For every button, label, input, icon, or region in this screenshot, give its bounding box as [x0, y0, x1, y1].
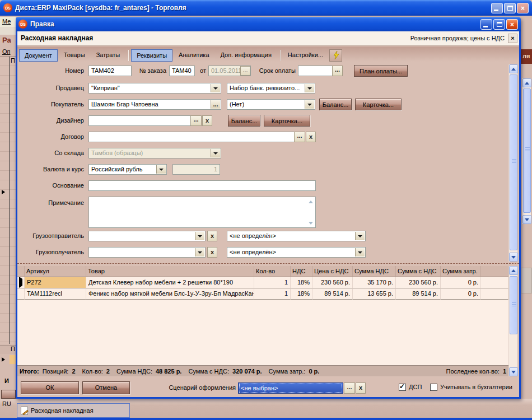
- kartochka-button[interactable]: Карточка...: [355, 99, 402, 110]
- col-summa-zatr[interactable]: Сумма затр.: [441, 266, 481, 277]
- pokupatel-input[interactable]: Шамоян Бгар Чатоевна...: [88, 99, 221, 110]
- cell-tovar[interactable]: Феникс набор мягкой мебели Блс-1у-У-Зру-…: [86, 288, 254, 300]
- bg-right-scrollbar[interactable]: [522, 78, 531, 224]
- dizayner-balans-button[interactable]: Баланс...: [228, 115, 260, 127]
- valuta-select[interactable]: Российский рубль: [88, 164, 167, 175]
- dizayner-clear-button[interactable]: x: [202, 115, 212, 126]
- cell-kolvo[interactable]: 1: [254, 288, 291, 300]
- dogovor-dots-button[interactable]: ...: [294, 132, 305, 142]
- document-close-button[interactable]: ×: [508, 34, 517, 43]
- pokupatel-extra-select[interactable]: (Нет): [227, 99, 315, 110]
- cell-summa-zatr[interactable]: 0 р.: [441, 277, 481, 288]
- cell-cena-nds[interactable]: 230 560 р.: [312, 277, 353, 288]
- table-row[interactable]: P272 Детская Клевер набор мебели + 2 реш…: [17, 277, 508, 288]
- cell-summa-nds[interactable]: 35 170 р.: [353, 277, 396, 288]
- cell-kolvo[interactable]: 1: [254, 277, 291, 288]
- language-indicator[interactable]: RU: [2, 400, 11, 407]
- cell-nds[interactable]: 18%: [291, 277, 312, 288]
- chevron-down-icon[interactable]: [355, 232, 365, 240]
- col-summa-nds[interactable]: Сумма НДС: [353, 266, 396, 277]
- primechanie-textarea[interactable]: [88, 197, 316, 228]
- scroll-down-icon[interactable]: [509, 253, 518, 262]
- balans-button[interactable]: Баланс...: [319, 99, 352, 110]
- scroll-down-icon[interactable]: [522, 215, 531, 224]
- gruzopoluchatel-type-select[interactable]: <не определён>: [227, 247, 366, 258]
- textarea-scroll-down-icon[interactable]: [307, 219, 315, 227]
- chevron-down-icon[interactable]: [211, 149, 220, 157]
- col-nds[interactable]: НДС: [291, 266, 312, 277]
- bg-right-scroll-thumb[interactable]: [523, 88, 531, 213]
- main-minimize-button[interactable]: [491, 3, 503, 13]
- srok-dots-button[interactable]: ...: [332, 66, 343, 76]
- tab-rekvizity[interactable]: Реквизиты: [131, 49, 172, 62]
- tab-analitika[interactable]: Аналитика: [174, 49, 214, 62]
- tab-dokument[interactable]: Документ: [19, 49, 58, 62]
- bg-link-fragment[interactable]: Оп: [2, 48, 11, 55]
- col-artikul[interactable]: Артикул: [25, 266, 86, 277]
- lookup-dots-icon[interactable]: ...: [211, 100, 220, 109]
- gruzootpravitel-clear-button[interactable]: x: [207, 231, 217, 241]
- taskbar-document-tab[interactable]: Расходная накладная: [17, 403, 130, 418]
- cell-tovar[interactable]: Детская Клевер набор мебели + 2 решетки …: [86, 277, 254, 288]
- gruzootpravitel-type-select[interactable]: <не определён>: [227, 231, 366, 241]
- dizayner-dots-button[interactable]: ...: [190, 115, 202, 126]
- cell-artikul[interactable]: P272: [25, 277, 86, 288]
- plan-oplaty-button[interactable]: План оплаты...: [354, 65, 408, 77]
- table-scroll-thumb[interactable]: [510, 276, 517, 334]
- scenario-select[interactable]: <не выбран>: [238, 382, 343, 394]
- col-summa-s-nds[interactable]: Сумма с НДС: [396, 266, 441, 277]
- dialog-minimize-button[interactable]: [480, 19, 492, 30]
- kurs-input[interactable]: 1: [172, 164, 220, 175]
- dogovor-clear-button[interactable]: x: [306, 132, 316, 142]
- col-tovar[interactable]: Товар: [86, 266, 254, 277]
- chevron-down-icon[interactable]: [156, 165, 166, 174]
- lightning-button[interactable]: [329, 49, 342, 62]
- bank-rekvizity-select[interactable]: Набор банк. реквизито...: [227, 83, 315, 94]
- srok-oplaty-input[interactable]: [298, 66, 333, 76]
- chevron-down-icon[interactable]: [305, 84, 314, 92]
- prodavec-select[interactable]: "Киприан": [88, 83, 221, 94]
- zakaz-input[interactable]: TAM40: [169, 66, 195, 76]
- scroll-up-icon[interactable]: [509, 64, 518, 73]
- cell-summa-s-nds[interactable]: 230 560 р.: [396, 277, 441, 288]
- scenario-dots-button[interactable]: ...: [344, 382, 355, 394]
- buh-checkbox[interactable]: [430, 384, 437, 391]
- gruzopoluchatel-clear-button[interactable]: x: [207, 247, 217, 258]
- dialog-titlebar[interactable]: DS Правка ×: [16, 17, 521, 31]
- table-scrollbar[interactable]: [508, 266, 517, 376]
- dsp-label[interactable]: ДСП: [409, 384, 422, 390]
- dialog-maximize-button[interactable]: [493, 19, 505, 30]
- main-close-button[interactable]: ×: [517, 3, 529, 13]
- osnovanie-input[interactable]: [88, 180, 316, 191]
- cell-summa-s-nds[interactable]: 89 514 р.: [396, 288, 441, 300]
- tab-nastroyki[interactable]: Настройки...: [283, 49, 328, 62]
- gruzootpravitel-select[interactable]: [88, 231, 206, 241]
- cancel-button[interactable]: Отмена: [82, 381, 130, 394]
- chevron-down-icon[interactable]: [195, 232, 204, 240]
- dizayner-input[interactable]: [88, 115, 191, 126]
- tab-tovary[interactable]: Товары: [59, 49, 90, 62]
- dsp-checkbox[interactable]: ✓: [399, 384, 406, 391]
- dizayner-kartochka-button[interactable]: Карточка...: [264, 115, 310, 127]
- dogovor-input[interactable]: [88, 132, 305, 142]
- col-kolvo[interactable]: Кол-во: [254, 266, 291, 277]
- col-cena-nds[interactable]: Цена с НДС: [312, 266, 353, 277]
- scroll-up-icon[interactable]: [522, 78, 531, 87]
- cell-nds[interactable]: 18%: [291, 288, 312, 300]
- cell-summa-zatr[interactable]: 0 р.: [441, 288, 481, 300]
- sklad-select[interactable]: Тамбов (образцы): [88, 148, 221, 158]
- cell-cena-nds[interactable]: 89 514 р.: [312, 288, 353, 300]
- gruzopoluchatel-select[interactable]: [88, 247, 206, 258]
- scroll-up-icon[interactable]: [509, 266, 518, 275]
- chevron-down-icon[interactable]: [195, 248, 204, 256]
- ok-button[interactable]: ОК: [21, 381, 79, 394]
- textarea-scroll-up-icon[interactable]: [307, 198, 315, 206]
- dialog-close-button[interactable]: ×: [506, 19, 518, 30]
- cell-summa-nds[interactable]: 13 655 р.: [353, 288, 396, 300]
- date-picker-button[interactable]: ...: [240, 66, 250, 76]
- bg-menu-fragment[interactable]: Ме: [0, 17, 16, 27]
- chevron-down-icon[interactable]: [355, 248, 365, 256]
- tab-zatraty[interactable]: Затраты: [91, 49, 125, 62]
- nomer-input[interactable]: TAM402: [88, 66, 132, 76]
- table-row[interactable]: TAM1112recl Феникс набор мягкой мебели Б…: [17, 288, 508, 300]
